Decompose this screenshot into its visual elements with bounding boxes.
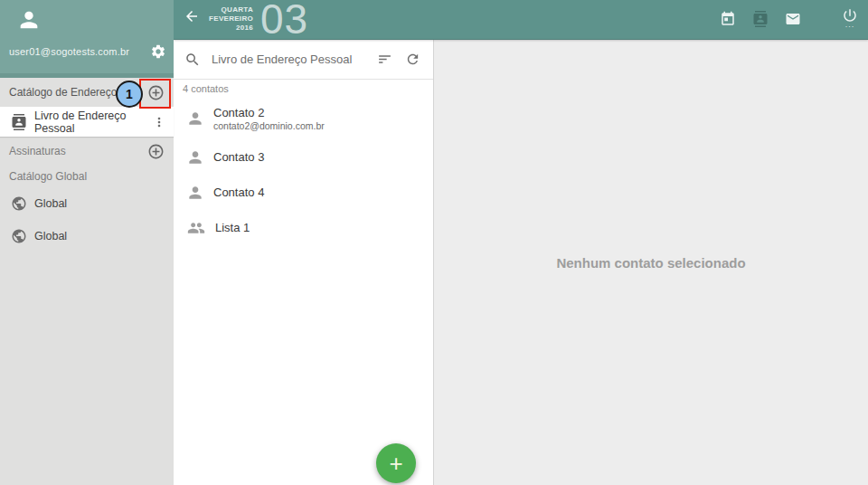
contact-list-item[interactable]: Contato 3 (174, 139, 433, 175)
group-icon (186, 219, 206, 237)
search-input[interactable] (210, 52, 377, 67)
sidebar-item-global-2[interactable]: Global (0, 220, 174, 252)
subscriptions-label: Assinaturas (9, 145, 66, 157)
refresh-button[interactable] (405, 52, 420, 67)
contact-name: Contato 4 (213, 185, 264, 199)
user-avatar-icon (16, 7, 42, 33)
sidebar-user-panel: user01@sogotests.com.br (0, 0, 174, 78)
calendar-icon (720, 11, 736, 27)
new-contact-fab[interactable]: + (376, 443, 416, 483)
contact-list-item[interactable]: Lista 1 (174, 210, 433, 245)
address-books-label: Catálogo de Endereços (9, 86, 122, 99)
logout-menu-dots: ... (839, 23, 861, 26)
contact-name: Contato 2 (213, 106, 325, 119)
person-icon (186, 148, 204, 166)
annotation-step-badge: 1 (116, 81, 143, 108)
kebab-menu-icon (152, 115, 166, 129)
sidebar: user01@sogotests.com.br Catálogo de Ende… (0, 0, 174, 485)
date-day: 03 (260, 0, 308, 41)
personal-book-label: Livro de Endereço Pessoal (34, 109, 152, 135)
contact-list-item[interactable]: Contato 4 (174, 175, 433, 210)
address-book-icon (11, 114, 27, 130)
global-item-label: Global (34, 230, 67, 242)
sort-button[interactable] (377, 52, 392, 67)
add-address-book-button[interactable] (147, 84, 165, 101)
contact-name: Lista 1 (215, 221, 250, 234)
gear-icon (150, 43, 166, 60)
sidebar-header-shadow (0, 73, 174, 78)
settings-button[interactable] (150, 43, 166, 60)
contact-list-item[interactable]: Contato 2 contato2@dominio.com.br (174, 98, 433, 139)
empty-selection-message: Nenhum contato selecionado (556, 255, 745, 271)
logout-button[interactable]: ... (839, 7, 861, 26)
date-weekday: QUARTA (197, 5, 253, 14)
global-catalog-label: Catálogo Global (0, 166, 174, 187)
person-icon (186, 109, 204, 128)
contacts-icon (752, 11, 769, 27)
contact-detail-panel: Nenhum contato selecionado (434, 40, 868, 485)
add-subscription-button[interactable] (147, 143, 165, 160)
search-icon (184, 52, 201, 68)
person-icon (186, 184, 204, 202)
mail-icon (785, 11, 801, 27)
address-books-header: Catálogo de Endereços (0, 78, 174, 107)
date-year: 2016 (197, 24, 253, 33)
sogo-addressbook-app: user01@sogotests.com.br Catálogo de Ende… (0, 0, 868, 485)
user-email: user01@sogotests.com.br (9, 46, 129, 57)
sidebar-item-global-1[interactable]: Global (0, 187, 174, 220)
top-header: QUARTA FEVEREIRO 2016 03 ... (174, 0, 868, 40)
search-bar (174, 40, 433, 80)
header-date: QUARTA FEVEREIRO 2016 (197, 5, 253, 33)
sidebar-item-personal-book[interactable]: Livro de Endereço Pessoal (0, 107, 174, 137)
mail-module-button[interactable] (785, 11, 801, 27)
contact-email: contato2@dominio.com.br (213, 120, 325, 131)
refresh-icon (405, 52, 420, 67)
contacts-list-panel: 4 contatos Contato 2 contato2@dominio.co… (174, 40, 434, 485)
global-item-label: Global (34, 197, 67, 210)
contact-name: Contato 3 (213, 150, 264, 164)
personal-book-menu-button[interactable] (152, 115, 166, 129)
add-circle-icon (147, 143, 165, 160)
addressbook-module-button[interactable] (752, 11, 769, 27)
subscriptions-header: Assinaturas (0, 137, 174, 166)
sort-icon (377, 52, 392, 67)
contact-count: 4 contatos (174, 80, 433, 98)
add-circle-icon (147, 84, 165, 101)
globe-icon (11, 228, 27, 244)
globe-icon (11, 195, 27, 212)
date-month: FEVEREIRO (197, 14, 253, 24)
calendar-module-button[interactable] (720, 11, 736, 27)
